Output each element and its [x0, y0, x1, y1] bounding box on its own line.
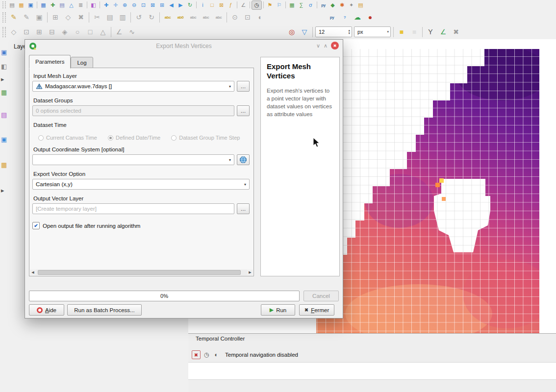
spinner-arrows-icon[interactable]: ▴▾	[348, 29, 350, 35]
save-project-icon[interactable]: ▣	[26, 1, 35, 9]
open-output-checkbox-row[interactable]: ✔ Open output file after running algorit…	[32, 222, 250, 229]
new-bookmark-icon[interactable]: ⚑	[265, 1, 275, 9]
close-button[interactable]: ✖ Fermer	[299, 304, 334, 316]
current-edits-icon[interactable]: ✎	[7, 11, 20, 23]
output-vector-layer-browse-button[interactable]: …	[237, 203, 250, 214]
chevron-up-icon[interactable]: ∧	[324, 42, 328, 49]
pin-labels-icon[interactable]: ⊙	[228, 11, 241, 23]
style-manager-icon[interactable]: ◧	[89, 1, 98, 9]
tab-log[interactable]: Log	[71, 57, 93, 68]
toolbar-handle[interactable]	[2, 1, 6, 8]
save-edits-icon[interactable]: ▣	[33, 11, 46, 23]
output-crs-select[interactable]: ▾	[32, 154, 234, 165]
highlight-labels-icon[interactable]: ⊡	[241, 11, 254, 23]
scroll-left-icon[interactable]: ◀	[30, 270, 36, 274]
construction-icon[interactable]: ∿	[126, 26, 138, 38]
help-contents-icon[interactable]: ?	[338, 11, 351, 23]
toolbar-handle[interactable]	[2, 12, 6, 23]
layer-item-icon[interactable]: ◧	[1, 63, 7, 70]
add-feature-icon[interactable]: ⊞	[49, 11, 62, 23]
font-unit-select[interactable]: px▾	[354, 26, 391, 37]
advanced-digitizing-icon[interactable]: ∠	[113, 26, 126, 38]
show-bookmarks-icon[interactable]: ⚐	[275, 1, 284, 9]
digitize-mesh-icon[interactable]: ◇	[7, 26, 20, 38]
select-crs-button[interactable]	[237, 154, 250, 165]
temporal-nav-disabled-icon[interactable]: ✖	[192, 350, 201, 359]
help-button[interactable]: Aide	[29, 304, 64, 316]
chevron-down-icon[interactable]: ∨	[316, 42, 320, 49]
checkbox-icon[interactable]: ✔	[32, 222, 40, 229]
radio-current-canvas-time[interactable]: Current Canvas Time	[38, 135, 97, 141]
export-vector-option-select[interactable]: Cartesian (x,y) ▾	[32, 179, 250, 190]
input-mesh-layer-browse-button[interactable]: …	[237, 81, 250, 92]
attribute-table-icon[interactable]: ▦	[287, 1, 297, 9]
layer-expander-icon[interactable]: ▸	[1, 187, 4, 194]
zoom-out-icon[interactable]: ⊖	[129, 1, 139, 9]
node-editor-icon[interactable]: Y	[424, 26, 437, 38]
filter-legend-icon[interactable]: ▽	[298, 26, 311, 38]
dialog-close-icon[interactable]: ✖	[331, 42, 339, 49]
measure-icon[interactable]: ∠	[239, 1, 248, 9]
layer-labeling-icon[interactable]: abc	[161, 11, 174, 23]
run-as-batch-button[interactable]: Run as Batch Process...	[67, 304, 142, 316]
layer-diagram-icon[interactable]: ab0	[174, 11, 187, 23]
add-vector-layer-icon[interactable]: ✚	[48, 1, 57, 9]
select-by-expression-icon[interactable]: ƒ	[226, 1, 235, 9]
transform-mesh-icon[interactable]: ⊞	[33, 26, 46, 38]
data-source-manager-icon[interactable]: ▦	[39, 1, 48, 9]
diagram-options-icon[interactable]: ◐	[254, 11, 267, 23]
refresh-map-icon[interactable]: ↻	[185, 1, 195, 9]
deselect-features-icon[interactable]: ⊠	[217, 1, 226, 9]
fixed-range-icon[interactable]: ◷	[202, 351, 210, 359]
layer-item-icon[interactable]: ▣	[1, 49, 7, 56]
delete-selected-icon[interactable]: ✖	[75, 11, 87, 23]
new-project-icon[interactable]: ▤	[7, 1, 17, 9]
temporal-controller-icon[interactable]: ◷	[252, 0, 262, 10]
copy-features-icon[interactable]: ▤	[103, 11, 116, 23]
change-label-icon[interactable]: abc	[212, 11, 225, 23]
output-vector-layer-input[interactable]: [Create temporary layer]	[32, 203, 234, 214]
select-mesh-vertices-icon[interactable]: ⊡	[20, 26, 33, 38]
input-mesh-layer-select[interactable]: Madagascar.wave.7days [] ▾	[32, 81, 234, 92]
zoom-to-selection-icon[interactable]: ⊠	[148, 1, 157, 9]
radio-defined-date-time[interactable]: Defined Date/Time	[108, 135, 160, 141]
run-button[interactable]: ▶ Run	[261, 304, 295, 316]
layer-item-icon[interactable]: ▤	[1, 112, 7, 119]
scroll-right-icon[interactable]: ▶	[247, 270, 253, 274]
open-project-icon[interactable]: ▦	[17, 1, 26, 9]
animated-range-icon[interactable]: ◐	[212, 351, 220, 359]
cancel-button[interactable]: Cancel	[303, 291, 339, 301]
toggle-editing-icon[interactable]: ✎	[20, 11, 33, 23]
snapping-options-icon[interactable]: ◎	[285, 26, 298, 38]
add-raster-layer-icon[interactable]: ▤	[57, 1, 67, 9]
reindex-mesh-icon[interactable]: ⊟	[46, 26, 58, 38]
shape-rectangle-icon[interactable]: □	[84, 26, 97, 38]
report-bug-icon[interactable]: ●	[364, 11, 377, 23]
zoom-last-icon[interactable]: ◀	[167, 1, 176, 9]
toolbar-handle[interactable]	[2, 27, 6, 37]
layer-item-icon[interactable]: ▦	[1, 89, 7, 96]
pan-map-icon[interactable]: ✚	[101, 1, 111, 9]
toolbar-overflow-icon[interactable]: ✖	[450, 26, 462, 38]
add-delimited-text-icon[interactable]: ≣	[76, 1, 85, 9]
scrollbar-thumb[interactable]	[38, 270, 241, 275]
scrollbar-track[interactable]	[36, 270, 247, 275]
buffer-color-swatch[interactable]: ■	[408, 26, 421, 38]
force-by-lines-icon[interactable]: ◈	[58, 26, 71, 38]
shape-polygon-icon[interactable]: △	[97, 26, 109, 38]
font-size-input[interactable]: 12▴▾	[315, 26, 352, 37]
add-mesh-layer-icon[interactable]: △	[67, 1, 76, 9]
statistics-icon[interactable]: σ	[306, 1, 315, 9]
layer-expander-icon[interactable]: ▸	[1, 76, 4, 83]
field-calculator-icon[interactable]: ∑	[297, 1, 306, 9]
message-log-icon[interactable]: ▤	[356, 1, 365, 9]
zoom-next-icon[interactable]: ▶	[176, 1, 185, 9]
vertex-tool-icon[interactable]: ◇	[62, 11, 75, 23]
zoom-full-icon[interactable]: ⊡	[139, 1, 148, 9]
redo-icon[interactable]: ↻	[145, 11, 158, 23]
zoom-to-layer-icon[interactable]: ⊞	[157, 1, 167, 9]
chevron-down-icon[interactable]: ▾	[387, 30, 389, 33]
plugin-manager-icon[interactable]: ◆	[328, 1, 337, 9]
dataset-groups-select[interactable]: 0 options selected	[32, 105, 234, 116]
move-label-icon[interactable]: abc	[187, 11, 200, 23]
